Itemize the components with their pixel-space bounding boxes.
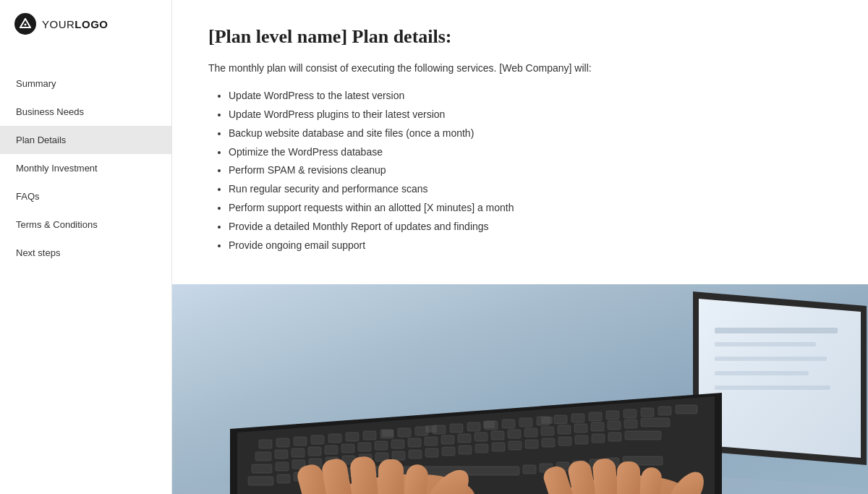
service-item: Update WordPress to the latest version — [229, 88, 832, 105]
services-list: Update WordPress to the latest versionUp… — [208, 88, 832, 254]
service-item: Provide ongoing email support — [229, 237, 832, 255]
svg-rect-16 — [311, 435, 324, 444]
svg-rect-78 — [525, 440, 538, 448]
svg-rect-21 — [398, 428, 411, 437]
svg-rect-13 — [259, 440, 272, 448]
logo-text: YOURLOGO — [42, 18, 109, 30]
svg-rect-41 — [308, 447, 321, 456]
svg-rect-61 — [641, 418, 670, 427]
svg-rect-118 — [483, 421, 495, 428]
svg-rect-42 — [325, 446, 338, 454]
svg-rect-84 — [625, 431, 661, 440]
svg-rect-70 — [392, 451, 405, 460]
svg-rect-62 — [252, 464, 272, 473]
sidebar-navigation: Summary Business Needs Plan Details Mont… — [0, 69, 171, 267]
svg-rect-10 — [715, 386, 830, 390]
svg-rect-44 — [358, 443, 371, 451]
svg-rect-80 — [558, 437, 571, 446]
service-item: Backup website database and site files (… — [229, 125, 832, 142]
main-content: [Plan level name] Plan details: The mont… — [172, 0, 868, 494]
svg-rect-28 — [519, 418, 532, 427]
intro-text: The monthly plan will consist of executi… — [208, 61, 832, 76]
sidebar: YOURLOGO Summary Business Needs Plan Det… — [0, 0, 172, 494]
svg-rect-25 — [467, 422, 480, 431]
svg-rect-33 — [606, 411, 619, 420]
logo-container: YOURLOGO — [0, 0, 171, 48]
svg-rect-9 — [715, 371, 809, 375]
svg-rect-83 — [608, 433, 621, 441]
sidebar-item-business-needs[interactable]: Business Needs — [0, 98, 171, 126]
svg-rect-17 — [328, 434, 341, 443]
svg-point-1 — [25, 24, 27, 26]
svg-rect-35 — [641, 408, 654, 417]
svg-rect-31 — [571, 414, 584, 422]
svg-rect-79 — [542, 438, 555, 447]
service-item: Provide a detailed Monthly Report of upd… — [229, 218, 832, 236]
svg-rect-54 — [524, 428, 537, 437]
svg-rect-27 — [502, 420, 515, 428]
svg-rect-18 — [346, 433, 359, 441]
svg-rect-92 — [523, 465, 536, 474]
page-title: [Plan level name] Plan details: — [208, 25, 832, 48]
logo-logo: LOGO — [75, 18, 108, 30]
svg-rect-119 — [541, 417, 553, 424]
svg-rect-32 — [589, 412, 602, 421]
svg-rect-14 — [276, 438, 289, 447]
svg-rect-51 — [475, 433, 488, 441]
svg-rect-39 — [275, 450, 288, 459]
svg-rect-58 — [591, 422, 604, 431]
service-item: Optimize the WordPress database — [229, 144, 832, 161]
svg-rect-86 — [277, 474, 290, 483]
svg-rect-74 — [459, 446, 472, 454]
svg-rect-60 — [624, 420, 637, 428]
svg-rect-55 — [541, 427, 554, 435]
svg-rect-71 — [409, 450, 422, 459]
content-area: [Plan level name] Plan details: The mont… — [172, 0, 868, 277]
service-item: Perform SPAM & revisions cleanup — [229, 162, 832, 179]
svg-marker-0 — [20, 19, 30, 27]
svg-rect-15 — [294, 437, 307, 446]
svg-rect-76 — [492, 443, 505, 451]
sidebar-item-plan-details[interactable]: Plan Details — [0, 126, 171, 154]
svg-rect-81 — [575, 435, 588, 444]
laptop-image-section — [172, 284, 868, 494]
service-item: Run regular security and performance sca… — [229, 181, 832, 198]
svg-rect-73 — [442, 447, 455, 456]
svg-rect-6 — [715, 328, 838, 333]
svg-rect-117 — [425, 425, 437, 433]
svg-rect-43 — [341, 444, 354, 453]
svg-rect-49 — [441, 435, 454, 444]
sidebar-item-monthly-investment[interactable]: Monthly Investment — [0, 154, 171, 182]
svg-rect-46 — [391, 440, 404, 448]
svg-rect-40 — [292, 448, 305, 457]
logo-icon — [14, 13, 36, 35]
svg-marker-5 — [699, 299, 861, 458]
svg-rect-56 — [558, 425, 571, 434]
svg-rect-57 — [574, 424, 587, 433]
sidebar-item-faqs[interactable]: FAQs — [0, 182, 171, 210]
svg-rect-24 — [450, 424, 463, 433]
svg-rect-53 — [508, 430, 521, 438]
svg-rect-37 — [676, 405, 697, 414]
svg-rect-38 — [255, 452, 271, 461]
sidebar-item-summary[interactable]: Summary — [0, 69, 171, 98]
svg-rect-82 — [592, 434, 605, 443]
svg-rect-77 — [509, 441, 522, 450]
svg-rect-112 — [617, 461, 640, 494]
svg-rect-63 — [276, 462, 289, 471]
sidebar-item-next-steps[interactable]: Next steps — [0, 239, 171, 267]
svg-rect-30 — [554, 415, 567, 424]
svg-rect-116 — [382, 430, 393, 437]
service-item: Update WordPress plugins to their latest… — [229, 106, 832, 124]
svg-rect-34 — [624, 409, 637, 418]
svg-rect-48 — [425, 437, 438, 446]
svg-rect-75 — [475, 444, 488, 453]
svg-rect-59 — [608, 421, 621, 430]
svg-rect-36 — [658, 406, 671, 415]
svg-rect-72 — [425, 448, 438, 457]
svg-rect-19 — [363, 431, 376, 440]
service-item: Perform support requests within an allot… — [229, 200, 832, 217]
svg-rect-85 — [248, 477, 273, 485]
svg-rect-45 — [375, 441, 388, 450]
sidebar-item-terms-conditions[interactable]: Terms & Conditions — [0, 210, 171, 239]
